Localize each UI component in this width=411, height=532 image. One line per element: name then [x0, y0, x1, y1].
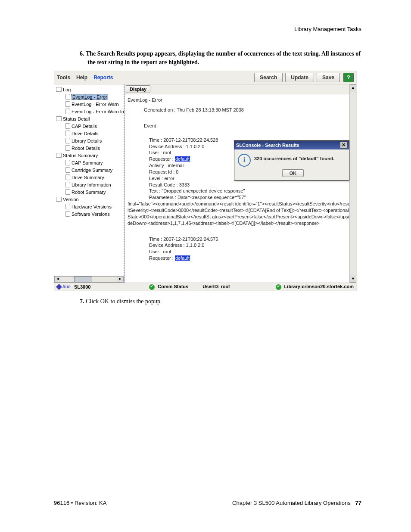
tree-item[interactable]: EventLog - Error Warn	[56, 100, 123, 108]
ok-button[interactable]: OK	[282, 169, 304, 177]
doc-icon	[65, 94, 70, 100]
tree-item[interactable]: Library Information	[56, 181, 123, 188]
folder-icon	[56, 197, 62, 202]
step-7-num: 7.	[80, 298, 84, 305]
sun-diamond-icon	[56, 284, 62, 290]
tree-label: Robot Details	[72, 146, 100, 151]
scroll-track[interactable]	[61, 276, 117, 283]
tree-item[interactable]: EventLog - Error Warn Inf	[56, 108, 123, 115]
event-heading: Event	[128, 123, 354, 129]
product-label: SL3000	[74, 284, 91, 289]
tree-item[interactable]: Hardware Versions	[56, 203, 123, 210]
tree-folder-version[interactable]: Version	[56, 196, 123, 203]
step-6-text: The Search Results popup appears, displa…	[86, 50, 361, 65]
tree-label: EventLog - Error Warn Inf	[72, 109, 125, 114]
doc-icon	[65, 211, 70, 217]
req-label: Requester :	[149, 156, 175, 162]
doc-icon	[65, 101, 70, 107]
event-rcode: Result Code : 3333	[149, 182, 354, 188]
tree-item[interactable]: Drive Details	[56, 130, 123, 137]
display-button[interactable]: Display	[126, 85, 150, 93]
tree-label: CAP Summary	[72, 160, 103, 165]
tree-pane: Log EventLog - Error EventLog - Error Wa…	[54, 84, 125, 283]
tree-item-eventlog-error[interactable]: EventLog - Error	[56, 93, 123, 100]
tree-label: Status Detail	[63, 116, 90, 121]
scroll-down-icon[interactable]: ▼	[350, 276, 356, 283]
tree-label: Hardware Versions	[72, 204, 112, 209]
tree-label: Library Information	[72, 182, 111, 187]
tree-label: Cartridge Summary	[72, 168, 112, 173]
scroll-right-icon[interactable]: ►	[117, 276, 124, 283]
highlight-default: default	[175, 255, 190, 261]
doc-icon	[65, 145, 70, 151]
tree-folder-status-detail[interactable]: Status Detail	[56, 115, 123, 122]
menu-reports[interactable]: Reports	[93, 75, 113, 81]
content-pane: Display EventLog - Error Generated on : …	[125, 84, 356, 283]
tree-folder-log[interactable]: Log	[56, 86, 123, 93]
tree-item[interactable]: Robot Details	[56, 144, 123, 152]
comm-status: Comm Status	[158, 284, 188, 289]
event-text: Text : "Dropped unexpected device respon…	[149, 188, 354, 194]
sun-logo: Sun	[57, 284, 72, 289]
tree-item[interactable]: Cartridge Summary	[56, 166, 123, 174]
save-button[interactable]: Save	[317, 73, 340, 82]
doc-icon	[65, 182, 70, 187]
event-time-2: Time : 2007-12-21T08:22:24.575	[149, 236, 354, 243]
folder-icon	[56, 87, 62, 92]
userid: UserID: root	[202, 284, 230, 289]
tree-scrollbar[interactable]: ◄ ►	[54, 276, 124, 283]
page-header: Library Management Tasks	[54, 26, 361, 32]
folder-icon	[56, 116, 62, 121]
popup-message: 320 occurrences of "default" found.	[254, 154, 334, 167]
req-label: Requester :	[149, 255, 175, 261]
search-button[interactable]: Search	[254, 73, 283, 82]
doc-icon	[65, 189, 70, 195]
report-body: EventLog - Error Generated on : Thu Feb …	[125, 94, 356, 264]
doc-icon	[65, 123, 70, 129]
update-button[interactable]: Update	[285, 73, 314, 82]
help-icon[interactable]: ?	[343, 73, 354, 82]
scroll-up-icon[interactable]: ▲	[350, 84, 356, 91]
doc-icon	[65, 109, 70, 114]
event-params: Parameters : Data=<response sequence="57…	[149, 194, 354, 201]
tree-item[interactable]: Library Details	[56, 137, 123, 144]
tree-item[interactable]: Robot Summary	[56, 188, 123, 196]
tree-label: Library Details	[72, 138, 102, 143]
menu-help[interactable]: Help	[76, 75, 87, 81]
footer-chapter: Chapter 3 SL500 Automated Library Operat…	[232, 500, 351, 506]
tree-item[interactable]: CAP Details	[56, 122, 123, 130]
report-title: EventLog - Error	[128, 97, 354, 103]
step-6-num: 6.	[80, 50, 84, 57]
doc-icon	[65, 131, 70, 136]
tree-item[interactable]: Drive Summary	[56, 174, 123, 181]
tree-label: Version	[63, 197, 79, 202]
tree-label: Log	[63, 87, 71, 92]
tree-item[interactable]: Software Versions	[56, 210, 123, 218]
menu-tools[interactable]: Tools	[57, 75, 70, 81]
status-ok-icon	[276, 284, 281, 290]
page-footer: 96116 • Revision: KA Chapter 3 SL500 Aut…	[54, 500, 361, 506]
doc-icon	[65, 204, 70, 209]
tree-label: CAP Details	[72, 124, 97, 129]
scroll-left-icon[interactable]: ◄	[54, 276, 61, 283]
footer-page-number: 77	[355, 500, 361, 506]
content-scrollbar[interactable]: ▲ ▼	[349, 84, 356, 283]
doc-icon	[65, 160, 70, 165]
popup-title-text: SLConsole - Search Results	[236, 142, 299, 149]
doc-icon	[65, 138, 70, 143]
scroll-thumb[interactable]	[74, 277, 92, 282]
footer-left: 96116 • Revision: KA	[54, 500, 106, 506]
event-xml: final="false"><command>audit</command><r…	[128, 201, 354, 226]
tree-label: Status Summary	[63, 153, 98, 158]
tree-item[interactable]: CAP Summary	[56, 159, 123, 166]
library-label: Library:crimson20.stortek.com	[284, 284, 354, 289]
tree-label: Drive Details	[72, 131, 98, 136]
tree-folder-status-summary[interactable]: Status Summary	[56, 152, 123, 159]
info-icon: i	[238, 154, 251, 167]
close-icon[interactable]: ✕	[340, 142, 347, 149]
popup-titlebar: SLConsole - Search Results ✕	[234, 141, 349, 149]
tree-label: Software Versions	[72, 212, 110, 217]
tree-label: Robot Summary	[72, 190, 106, 195]
app-screenshot: Tools Help Reports Search Update Save ? …	[54, 71, 357, 291]
status-ok-icon	[149, 284, 155, 290]
